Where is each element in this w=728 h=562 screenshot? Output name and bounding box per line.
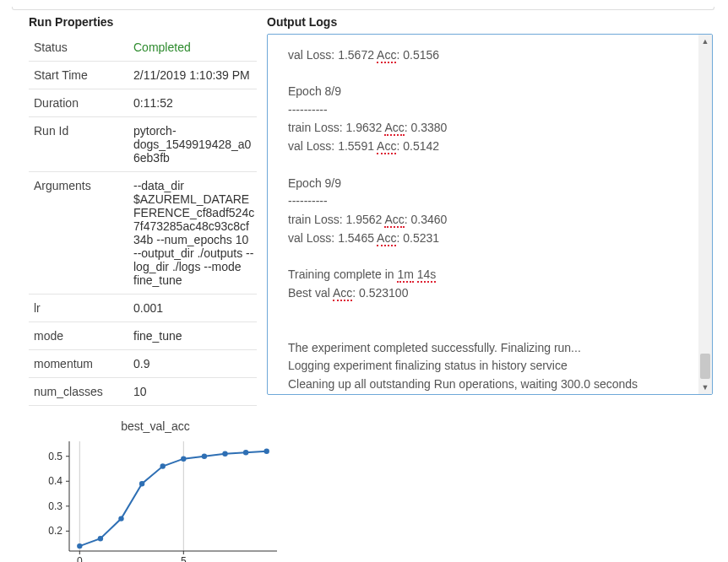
- property-key: momentum: [34, 357, 133, 370]
- property-key: num_classes: [34, 385, 133, 398]
- property-row: momentum0.9: [29, 350, 257, 378]
- property-value: 0.9: [133, 357, 255, 370]
- svg-point-22: [202, 454, 207, 459]
- scroll-up-icon[interactable]: ▲: [698, 35, 712, 48]
- log-line: train Loss: 1.9562 Acc: 0.3460: [288, 211, 690, 230]
- property-row: modefine_tune: [29, 322, 257, 350]
- log-line: [288, 321, 690, 339]
- property-row: Start Time2/11/2019 1:10:39 PM: [29, 62, 257, 89]
- property-key: mode: [34, 329, 133, 343]
- property-value: --data_dir $AZUREML_DATAREFERENCE_cf8adf…: [133, 179, 255, 287]
- status-value: Completed: [133, 41, 255, 54]
- property-value: pytorch-dogs_1549919428_a06eb3fb: [133, 124, 255, 165]
- log-line: [288, 64, 690, 83]
- svg-point-17: [98, 536, 103, 541]
- svg-point-20: [160, 463, 166, 468]
- property-value: 0.001: [133, 301, 255, 315]
- svg-text:0.2: 0.2: [48, 525, 62, 537]
- log-line: train Loss: 1.9632 Acc: 0.3380: [288, 119, 690, 138]
- log-line: Training complete in 1m 14s: [288, 266, 690, 284]
- chart-title: best_val_acc: [29, 419, 282, 433]
- property-value: 0:11:52: [133, 96, 255, 110]
- svg-text:0.5: 0.5: [48, 451, 62, 462]
- log-line: [288, 247, 690, 266]
- property-row: Duration0:11:52: [29, 89, 257, 117]
- property-row: Run Idpytorch-dogs_1549919428_a06eb3fb: [29, 117, 257, 172]
- log-line: ----------: [288, 101, 690, 120]
- log-content: train Loss: 1.0100 Acc: 0.0210val Loss: …: [268, 35, 698, 394]
- svg-point-18: [118, 516, 123, 521]
- svg-text:5: 5: [181, 555, 187, 562]
- log-line: [288, 156, 690, 175]
- property-key: lr: [34, 301, 133, 315]
- run-properties-heading: Run Properties: [29, 15, 257, 29]
- panel-top-edge: [12, 7, 714, 10]
- output-logs-panel: Output Logs train Loss: 1.0100 Acc: 0.02…: [267, 15, 713, 562]
- log-line: The experiment completed successfully. F…: [288, 339, 690, 358]
- log-line: Cleaning up all outstanding Run operatio…: [288, 376, 690, 394]
- property-key: Run Id: [34, 124, 133, 165]
- property-value: 10: [133, 385, 255, 398]
- log-output-box[interactable]: train Loss: 1.0100 Acc: 0.0210val Loss: …: [267, 34, 713, 395]
- run-properties-panel: Run Properties StatusCompletedStart Time…: [29, 15, 257, 562]
- property-row: num_classes10: [29, 378, 257, 406]
- property-key: Duration: [34, 96, 133, 110]
- property-value: 2/11/2019 1:10:39 PM: [133, 68, 255, 82]
- property-key: Start Time: [34, 68, 133, 82]
- property-row: Arguments--data_dir $AZUREML_DATAREFEREN…: [29, 172, 257, 295]
- log-line: val Loss: 1.5672 Acc: 0.5156: [288, 46, 690, 65]
- log-line: Best val Acc: 0.523100: [288, 284, 690, 303]
- svg-point-19: [139, 481, 144, 486]
- chart-container: best_val_acc 0.20.30.40.505: [29, 419, 282, 562]
- property-key: Arguments: [34, 179, 133, 287]
- svg-point-16: [77, 543, 82, 548]
- log-line: [288, 302, 690, 321]
- log-line: ----------: [288, 192, 690, 211]
- log-line: Epoch 9/9: [288, 175, 690, 193]
- svg-text:0.4: 0.4: [48, 475, 62, 487]
- output-logs-heading: Output Logs: [267, 15, 713, 29]
- scroll-down-icon[interactable]: ▼: [698, 381, 712, 394]
- property-value: fine_tune: [133, 329, 255, 343]
- log-line: Logging experiment finalizing status in …: [288, 357, 690, 376]
- svg-point-24: [243, 450, 248, 455]
- log-line: Epoch 8/9: [288, 83, 690, 101]
- property-row: lr0.001: [29, 295, 257, 322]
- svg-point-21: [181, 456, 186, 461]
- columns: Run Properties StatusCompletedStart Time…: [29, 15, 713, 562]
- log-line: train Loss: 1.0100 Acc: 0.0210: [288, 35, 690, 46]
- log-scrollbar[interactable]: ▲ ▼: [698, 35, 712, 394]
- svg-text:0: 0: [77, 555, 83, 562]
- log-line: val Loss: 1.5591 Acc: 0.5142: [288, 138, 690, 156]
- property-row: StatusCompleted: [29, 34, 257, 62]
- best-val-acc-chart: 0.20.30.40.505: [29, 436, 282, 562]
- property-key: Status: [34, 41, 133, 54]
- scroll-thumb[interactable]: [700, 354, 710, 379]
- svg-point-23: [222, 451, 227, 457]
- properties-table: StatusCompletedStart Time2/11/2019 1:10:…: [29, 34, 257, 406]
- page-root: Run Properties StatusCompletedStart Time…: [0, 0, 728, 562]
- log-line: val Loss: 1.5465 Acc: 0.5231: [288, 230, 690, 248]
- svg-text:0.3: 0.3: [48, 500, 62, 512]
